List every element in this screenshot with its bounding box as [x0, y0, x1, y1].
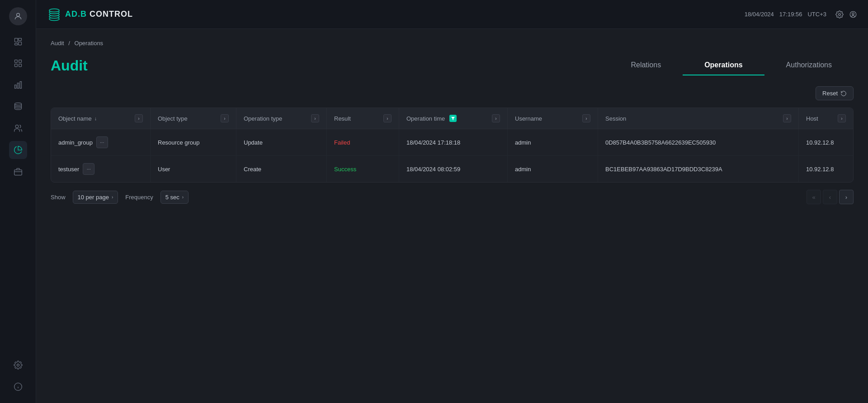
col-operation-time-expand[interactable]: › [492, 114, 500, 122]
time-info: 18/04/2024 17:19:56 UTC+3 [745, 11, 826, 18]
operation-type-value-2: Create [244, 166, 261, 173]
svg-rect-5 [14, 60, 17, 63]
col-result[interactable]: Result › [327, 108, 399, 129]
sidebar [0, 0, 36, 403]
td-object-type-1: Resource group [151, 129, 236, 155]
host-value-1: 10.92.12.8 [806, 139, 834, 146]
object-type-value-1: Resource group [158, 139, 200, 146]
table-row: admin_group ··· Resource group Update Fa… [51, 129, 853, 156]
col-object-type-expand[interactable]: › [221, 114, 229, 122]
col-host-expand[interactable]: › [838, 114, 846, 122]
prev-page-button[interactable]: ‹ [823, 190, 837, 204]
svg-rect-14 [14, 170, 22, 175]
settings-icon[interactable] [835, 10, 844, 19]
td-username-2: admin [508, 156, 598, 182]
col-username-label: Username [515, 115, 542, 122]
col-operation-type-expand[interactable]: › [311, 114, 319, 122]
sidebar-item-audit[interactable] [9, 141, 27, 159]
tab-authorizations[interactable]: Authorizations [764, 56, 854, 75]
sidebar-item-briefcase[interactable] [9, 163, 27, 181]
sidebar-item-database[interactable] [9, 98, 27, 116]
col-object-name-expand[interactable]: › [135, 114, 143, 122]
svg-rect-1 [14, 38, 18, 42]
toolbar: Reset [51, 86, 854, 100]
td-host-2: 10.92.12.8 [799, 156, 853, 182]
per-page-arrow: › [112, 195, 113, 200]
col-operation-time-label: Operation time [406, 115, 445, 122]
svg-point-0 [16, 13, 19, 16]
td-object-type-2: User [151, 156, 236, 182]
frequency-arrow: › [182, 195, 184, 200]
col-operation-time[interactable]: Operation time › [399, 108, 508, 129]
operation-type-value-1: Update [244, 139, 263, 146]
td-session-2: BC1EBEB97AA93863AD17D9BDD3C8239A [598, 156, 799, 182]
object-name-value-1: admin_group [58, 139, 93, 146]
svg-rect-8 [19, 64, 21, 67]
col-object-name[interactable]: Object name ↓ › [51, 108, 151, 129]
svg-point-24 [49, 9, 59, 12]
svg-point-25 [839, 13, 841, 15]
pagination-right: « ‹ › [807, 190, 854, 204]
td-operation-type-2: Create [236, 156, 327, 182]
col-session-expand[interactable]: › [783, 114, 791, 122]
row-actions-2[interactable]: ··· [83, 163, 94, 175]
svg-point-26 [852, 13, 854, 15]
tab-bar: Relations Operations Authorizations [609, 56, 854, 75]
operation-time-value-2: 18/04/2024 08:02:59 [406, 166, 460, 173]
avatar[interactable] [9, 7, 27, 25]
session-value-2: BC1EBEB97AA93863AD17D9BDD3C8239A [605, 166, 722, 173]
col-session[interactable]: Session › [598, 108, 799, 129]
operation-time-filter-icon[interactable] [449, 115, 457, 122]
svg-rect-9 [14, 85, 16, 89]
breadcrumb: Audit / Operations [51, 40, 854, 47]
sidebar-item-settings[interactable] [9, 356, 27, 374]
svg-rect-10 [17, 83, 19, 89]
td-username-1: admin [508, 129, 598, 155]
col-operation-type-label: Operation type [244, 115, 282, 122]
date-display: 18/04/2024 [745, 11, 774, 18]
sidebar-item-files[interactable] [9, 33, 27, 51]
data-table: Object name ↓ › Object type › Operation … [51, 108, 854, 183]
td-object-name-1: admin_group ··· [51, 129, 151, 155]
reset-icon [840, 90, 847, 97]
sidebar-item-users[interactable] [9, 119, 27, 137]
col-result-expand[interactable]: › [383, 114, 392, 122]
first-page-button[interactable]: « [807, 190, 821, 204]
svg-point-13 [15, 125, 19, 128]
td-host-1: 10.92.12.8 [799, 129, 853, 155]
td-session-1: 0D857B4A0B3B5758A6622639EC505930 [598, 129, 799, 155]
next-page-button[interactable]: › [839, 190, 854, 204]
reset-button[interactable]: Reset [816, 86, 854, 100]
td-result-2: Success [327, 156, 399, 182]
content-area: Audit / Operations Audit Relations Opera… [36, 29, 868, 403]
col-object-name-label: Object name [58, 115, 92, 122]
pagination-bar: Show 10 per page › Frequency 5 sec › « ‹… [51, 183, 854, 204]
sidebar-item-dashboard[interactable] [9, 54, 27, 72]
user-circle-icon[interactable] [849, 10, 857, 19]
svg-rect-7 [14, 64, 17, 67]
show-label: Show [51, 194, 66, 201]
col-object-type[interactable]: Object type › [151, 108, 236, 129]
table-row: testuser ··· User Create Success 18/04/2… [51, 156, 853, 182]
timezone-display: UTC+3 [807, 11, 826, 18]
per-page-select[interactable]: 10 per page › [73, 191, 118, 204]
svg-point-12 [14, 103, 21, 105]
tab-operations[interactable]: Operations [683, 56, 764, 75]
col-username-expand[interactable]: › [582, 114, 590, 122]
per-page-value: 10 per page [78, 194, 109, 201]
col-operation-type[interactable]: Operation type › [236, 108, 327, 129]
tab-relations[interactable]: Relations [609, 56, 683, 75]
sidebar-item-info[interactable] [9, 378, 27, 396]
host-value-2: 10.92.12.8 [806, 166, 834, 173]
pagination-left: Show 10 per page › Frequency 5 sec › [51, 191, 189, 204]
sort-desc-icon: ↓ [94, 116, 97, 121]
reset-label: Reset [822, 90, 838, 97]
frequency-label: Frequency [125, 194, 153, 201]
col-host[interactable]: Host › [799, 108, 853, 129]
sidebar-item-charts[interactable] [9, 76, 27, 94]
row-actions-1[interactable]: ··· [96, 136, 108, 148]
result-value-1: Failed [334, 139, 350, 146]
frequency-select[interactable]: 5 sec › [160, 191, 189, 204]
col-username[interactable]: Username › [508, 108, 598, 129]
td-operation-time-1: 18/04/2024 17:18:18 [399, 129, 508, 155]
